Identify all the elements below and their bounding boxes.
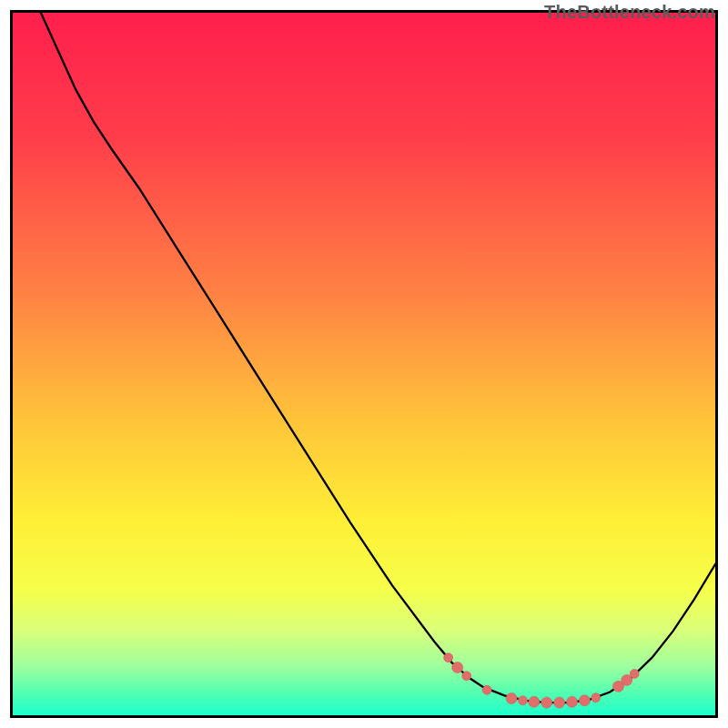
data-marker (567, 696, 578, 707)
chart-svg (13, 13, 715, 715)
data-marker (630, 669, 639, 678)
data-marker (592, 693, 601, 703)
data-marker (452, 662, 463, 673)
data-marker (482, 685, 491, 694)
data-marker (554, 697, 565, 708)
data-marker (462, 672, 471, 681)
data-marker (579, 695, 590, 706)
chart-stage: TheBottleneck.com (0, 0, 728, 728)
data-marker (506, 693, 517, 703)
chart-plot-area (10, 10, 718, 718)
chart-background-gradient (13, 13, 715, 715)
data-marker (529, 696, 540, 707)
data-marker (444, 653, 453, 662)
data-marker (518, 696, 527, 705)
data-marker (541, 697, 552, 708)
watermark-text: TheBottleneck.com (544, 2, 715, 23)
